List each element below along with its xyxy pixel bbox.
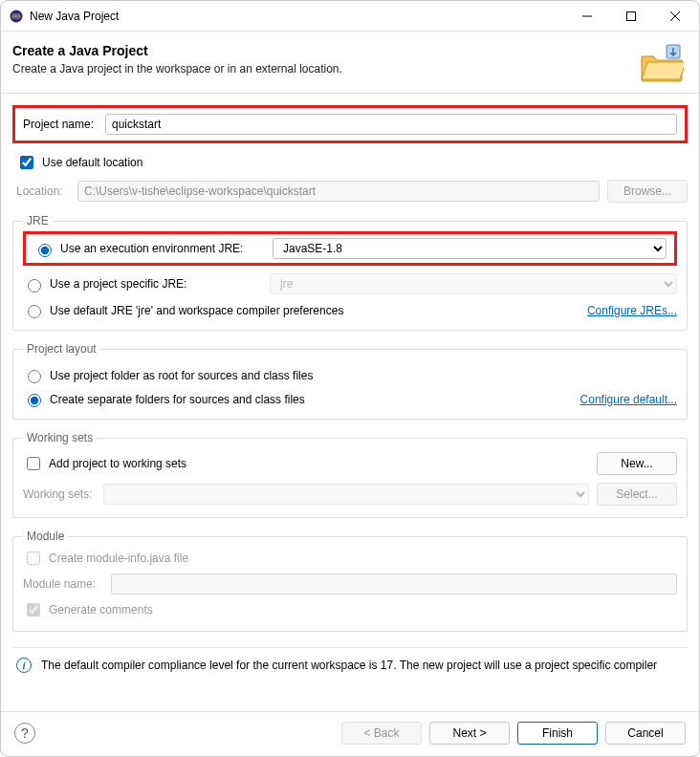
jre-default-radio[interactable]	[28, 305, 41, 318]
info-bar: i The default compiler compliance level …	[12, 647, 688, 682]
module-name-label: Module name:	[23, 577, 103, 591]
content-area: Project name: Use default location Locat…	[1, 94, 699, 711]
project-name-input[interactable]	[105, 114, 677, 135]
dialog-header: Create a Java Project Create a Java proj…	[1, 32, 699, 94]
info-text: The default compiler compliance level fo…	[41, 659, 657, 672]
info-icon: i	[16, 658, 32, 673]
use-default-location-label: Use default location	[42, 156, 142, 169]
project-layout-legend: Project layout	[23, 342, 100, 356]
project-name-highlight: Project name:	[12, 105, 688, 143]
generate-comments-input	[27, 603, 40, 616]
svg-rect-1	[627, 11, 636, 20]
folder-java-icon	[640, 43, 684, 83]
browse-button: Browse...	[607, 180, 688, 203]
header-title: Create a Java Project	[12, 43, 632, 58]
configure-jres-link[interactable]: Configure JREs...	[587, 304, 677, 317]
module-name-input	[111, 573, 677, 595]
create-module-info-label: Create module-info.java file	[49, 552, 188, 565]
jre-default-label: Use default JRE 'jre' and workspace comp…	[50, 304, 343, 317]
create-module-info-checkbox: Create module-info.java file	[23, 549, 188, 568]
project-layout-group: Project layout Use project folder as roo…	[12, 342, 688, 420]
jre-project-specific-select: jre	[270, 273, 677, 294]
header-subtitle: Create a Java project in the workspace o…	[12, 62, 632, 76]
jre-group: JRE Use an execution environment JRE: Ja…	[12, 214, 688, 331]
use-default-location-checkbox[interactable]: Use default location	[16, 153, 142, 172]
layout-single-radio[interactable]	[28, 370, 41, 383]
module-group: Module Create module-info.java file Modu…	[12, 530, 688, 632]
generate-comments-checkbox: Generate comments	[23, 600, 153, 619]
create-module-info-input	[27, 552, 40, 565]
cancel-button[interactable]: Cancel	[605, 722, 686, 745]
layout-separate-radio[interactable]	[28, 394, 41, 407]
back-button: < Back	[341, 722, 422, 745]
jre-project-specific-radio[interactable]	[28, 279, 41, 292]
titlebar: New Java Project	[1, 1, 699, 32]
module-legend: Module	[23, 530, 68, 543]
configure-default-link[interactable]: Configure default...	[580, 393, 677, 406]
layout-single-label: Use project folder as root for sources a…	[50, 369, 313, 382]
close-button[interactable]	[653, 2, 697, 31]
window-title: New Java Project	[30, 10, 565, 23]
add-to-working-sets-input[interactable]	[27, 457, 40, 470]
jre-legend: JRE	[23, 214, 53, 227]
finish-button[interactable]: Finish	[517, 722, 598, 745]
next-button[interactable]: Next >	[429, 722, 510, 745]
layout-separate-label: Create separate folders for sources and …	[50, 393, 305, 406]
jre-exec-env-label: Use an execution environment JRE:	[60, 242, 267, 255]
project-name-label: Project name:	[23, 118, 98, 131]
location-input	[77, 181, 600, 202]
working-sets-legend: Working sets	[23, 431, 97, 444]
working-sets-select-button: Select...	[597, 483, 677, 506]
dialog-footer: ? < Back Next > Finish Cancel	[1, 711, 699, 756]
add-to-working-sets-checkbox[interactable]: Add project to working sets	[23, 454, 186, 473]
jre-exec-env-radio[interactable]	[38, 244, 52, 257]
use-default-location-input[interactable]	[20, 156, 33, 169]
generate-comments-label: Generate comments	[49, 603, 153, 616]
jre-exec-env-select[interactable]: JavaSE-1.8	[273, 238, 667, 259]
add-to-working-sets-label: Add project to working sets	[49, 457, 186, 470]
eclipse-icon	[9, 9, 24, 24]
jre-project-specific-label: Use a project specific JRE:	[50, 277, 264, 291]
help-button[interactable]: ?	[14, 723, 35, 744]
working-sets-select	[103, 484, 589, 505]
minimize-button[interactable]	[565, 2, 609, 31]
working-sets-group: Working sets Add project to working sets…	[12, 431, 688, 518]
jre-highlight: Use an execution environment JRE: JavaSE…	[23, 231, 677, 266]
maximize-button[interactable]	[609, 2, 653, 31]
working-sets-new-button[interactable]: New...	[597, 452, 677, 475]
location-label: Location:	[16, 184, 70, 198]
working-sets-label: Working sets:	[23, 487, 96, 501]
